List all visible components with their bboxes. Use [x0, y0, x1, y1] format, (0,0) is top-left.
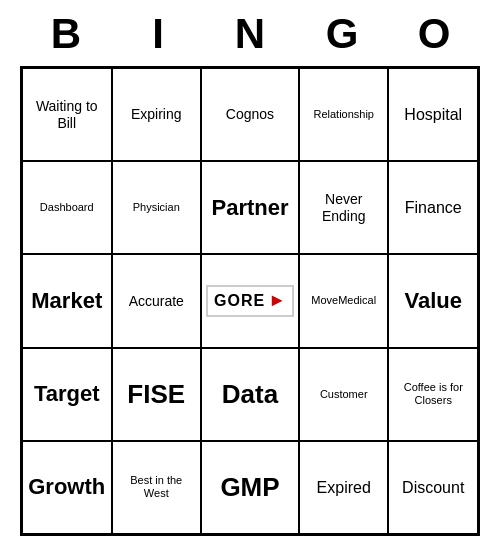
- bingo-cell-1: Expiring: [112, 68, 202, 161]
- bingo-cell-21: Best in the West: [112, 441, 202, 534]
- bingo-cell-10: Market: [22, 254, 112, 347]
- letter-i: I: [118, 10, 198, 58]
- bingo-cell-9: Finance: [388, 161, 478, 254]
- bingo-cell-15: Target: [22, 348, 112, 441]
- bingo-cell-2: Cognos: [201, 68, 299, 161]
- bingo-cell-18: Customer: [299, 348, 389, 441]
- bingo-cell-0: Waiting to Bill: [22, 68, 112, 161]
- bingo-cell-17: Data: [201, 348, 299, 441]
- bingo-cell-12: GORE ►: [201, 254, 299, 347]
- letter-b: B: [26, 10, 106, 58]
- bingo-cell-23: Expired: [299, 441, 389, 534]
- bingo-cell-16: FISE: [112, 348, 202, 441]
- bingo-cell-20: Growth: [22, 441, 112, 534]
- bingo-cell-22: GMP: [201, 441, 299, 534]
- bingo-grid: Waiting to BillExpiringCognosRelationshi…: [20, 66, 480, 536]
- letter-o: O: [394, 10, 474, 58]
- bingo-cell-13: MoveMedical: [299, 254, 389, 347]
- bingo-cell-3: Relationship: [299, 68, 389, 161]
- letter-g: G: [302, 10, 382, 58]
- bingo-cell-24: Discount: [388, 441, 478, 534]
- bingo-cell-11: Accurate: [112, 254, 202, 347]
- letter-n: N: [210, 10, 290, 58]
- bingo-cell-14: Value: [388, 254, 478, 347]
- bingo-title: B I N G O: [20, 0, 480, 66]
- bingo-cell-8: Never Ending: [299, 161, 389, 254]
- bingo-cell-19: Coffee is for Closers: [388, 348, 478, 441]
- bingo-cell-5: Dashboard: [22, 161, 112, 254]
- bingo-cell-7: Partner: [201, 161, 299, 254]
- bingo-cell-6: Physician: [112, 161, 202, 254]
- bingo-cell-4: Hospital: [388, 68, 478, 161]
